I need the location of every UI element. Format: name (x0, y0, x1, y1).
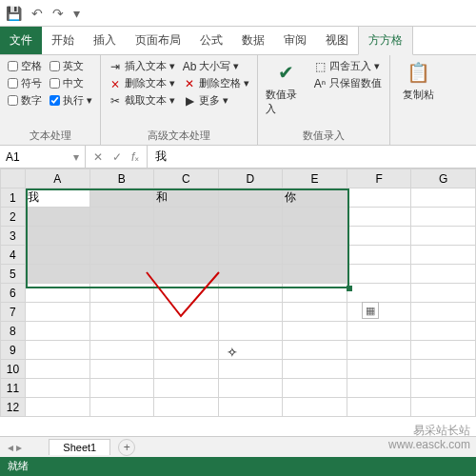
undo-icon[interactable]: ↶ (31, 6, 43, 21)
qat-dropdown-icon[interactable]: ▾ (73, 6, 80, 21)
cell[interactable] (218, 246, 283, 265)
cell[interactable] (218, 360, 283, 379)
name-box[interactable]: A1▾ (0, 146, 86, 168)
cell[interactable] (283, 322, 347, 341)
cell[interactable] (347, 398, 411, 417)
cell[interactable] (347, 246, 411, 265)
btn-round[interactable]: ⬚四舍五入 ▾ (313, 59, 382, 73)
cell[interactable] (154, 303, 219, 322)
col-header[interactable]: B (89, 169, 154, 188)
cell[interactable] (411, 246, 476, 265)
sheet-tab[interactable]: Sheet1 (49, 439, 110, 455)
cell[interactable] (154, 322, 219, 341)
cell[interactable] (218, 227, 283, 246)
chk-space[interactable]: 空格 (8, 59, 42, 73)
cell[interactable] (283, 265, 347, 284)
cell[interactable] (89, 341, 154, 360)
cell[interactable] (154, 246, 219, 265)
cell[interactable] (218, 188, 283, 208)
cell[interactable] (411, 284, 476, 303)
row-header[interactable]: 2 (1, 208, 26, 227)
cell[interactable] (25, 398, 89, 417)
cell[interactable] (411, 188, 476, 208)
cell[interactable] (89, 227, 154, 246)
btn-case[interactable]: Ab大小写 ▾ (183, 59, 249, 73)
tab-data[interactable]: 数据 (232, 27, 274, 54)
add-sheet-icon[interactable]: + (118, 439, 135, 456)
accept-icon[interactable]: ✓ (112, 150, 122, 164)
cell[interactable] (283, 208, 347, 227)
cell[interactable]: 你 (283, 188, 347, 208)
btn-del-space[interactable]: ✕删除空格 ▾ (183, 76, 249, 90)
btn-delete-text[interactable]: ⨯删除文本 ▾ (109, 76, 175, 90)
smart-tag-icon[interactable]: ▦ (362, 302, 379, 319)
tab-file[interactable]: 文件 (0, 27, 42, 54)
cell[interactable] (89, 322, 154, 341)
cell[interactable] (347, 208, 411, 227)
cell[interactable] (283, 303, 347, 322)
cell[interactable] (411, 322, 476, 341)
cell[interactable] (283, 227, 347, 246)
cell[interactable] (283, 284, 347, 303)
cell[interactable] (411, 360, 476, 379)
cell[interactable] (347, 341, 411, 360)
cell[interactable] (25, 341, 89, 360)
cell[interactable] (89, 265, 154, 284)
cell[interactable] (25, 265, 89, 284)
cell[interactable]: 和 (154, 188, 219, 208)
save-icon[interactable]: 💾 (6, 6, 22, 21)
cell[interactable] (25, 360, 89, 379)
cell[interactable] (218, 322, 283, 341)
btn-keep-num[interactable]: Aⁿ只保留数值 (313, 76, 382, 90)
cell[interactable] (25, 246, 89, 265)
cell[interactable] (283, 246, 347, 265)
cell[interactable] (283, 379, 347, 398)
cell[interactable] (154, 360, 219, 379)
cell[interactable] (89, 284, 154, 303)
cell[interactable] (283, 360, 347, 379)
cell[interactable] (154, 227, 219, 246)
cell[interactable] (25, 322, 89, 341)
cell[interactable] (89, 188, 154, 208)
spreadsheet-grid[interactable]: A B C D E F G 1我和你23456789101112 (0, 169, 476, 417)
cell[interactable] (283, 398, 347, 417)
cell[interactable] (154, 398, 219, 417)
col-header[interactable]: G (411, 169, 476, 188)
row-header[interactable]: 12 (1, 398, 26, 417)
row-header[interactable]: 3 (1, 227, 26, 246)
cell[interactable] (89, 246, 154, 265)
cell[interactable] (154, 265, 219, 284)
cell[interactable] (283, 341, 347, 360)
tab-review[interactable]: 审阅 (274, 27, 316, 54)
row-header[interactable]: 8 (1, 322, 26, 341)
row-header[interactable]: 1 (1, 188, 26, 208)
cell[interactable] (347, 227, 411, 246)
cell[interactable] (218, 208, 283, 227)
cell[interactable] (218, 284, 283, 303)
row-header[interactable]: 11 (1, 379, 26, 398)
tab-insert[interactable]: 插入 (84, 27, 126, 54)
col-header[interactable]: C (154, 169, 219, 188)
tab-view[interactable]: 视图 (316, 27, 358, 54)
row-header[interactable]: 5 (1, 265, 26, 284)
sheet-nav-icon[interactable]: ◂ ▸ (8, 441, 22, 454)
chk-symbol[interactable]: 符号 (8, 76, 42, 90)
row-header[interactable]: 4 (1, 246, 26, 265)
cell[interactable] (89, 303, 154, 322)
redo-icon[interactable]: ↷ (52, 6, 64, 21)
cell[interactable]: 我 (25, 188, 89, 208)
cancel-icon[interactable]: ✕ (93, 150, 103, 164)
cell[interactable] (89, 398, 154, 417)
cell[interactable] (411, 265, 476, 284)
tab-tool[interactable]: 方方格 (358, 26, 413, 55)
cell[interactable] (89, 360, 154, 379)
chk-num[interactable]: 数字 (8, 93, 42, 108)
cell[interactable] (218, 379, 283, 398)
cell[interactable] (347, 303, 411, 322)
cell[interactable] (25, 284, 89, 303)
formula-bar[interactable]: 我 (147, 146, 476, 168)
cell[interactable] (347, 284, 411, 303)
col-header[interactable]: A (25, 169, 89, 188)
btn-cut-text[interactable]: ✂截取文本 ▾ (109, 93, 175, 108)
tab-formula[interactable]: 公式 (190, 27, 232, 54)
